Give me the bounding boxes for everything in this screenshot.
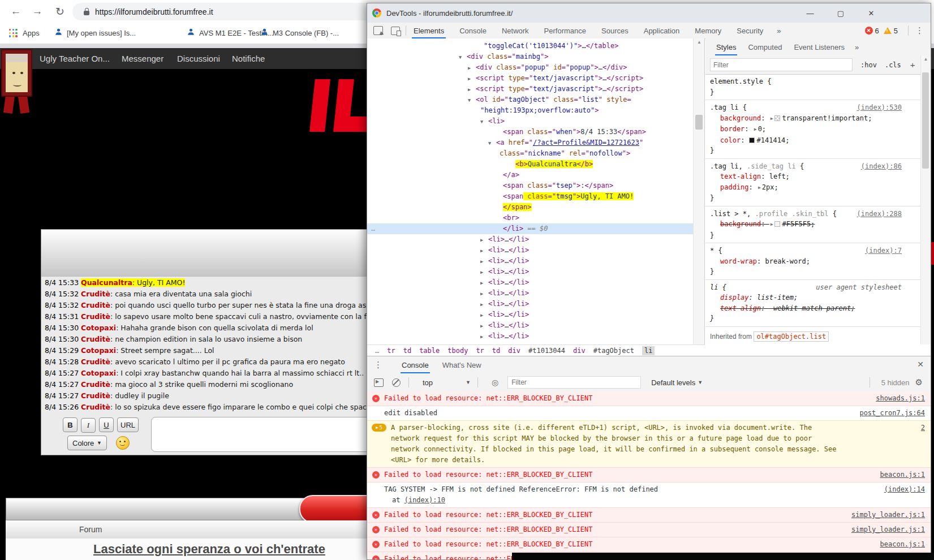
device-toolbar-icon[interactable] [391, 27, 400, 35]
maximize-button[interactable]: ▢ [835, 9, 846, 18]
breadcrumb-item[interactable]: … [375, 347, 379, 355]
sidebar-tab-computed[interactable]: Computed [747, 39, 783, 55]
expanded-arrow-icon[interactable]: ▼ [488, 138, 491, 149]
elements-scrollbar[interactable]: ▲ [693, 38, 705, 344]
styles-filter-input[interactable] [710, 58, 853, 71]
node-menu-dots[interactable]: … [371, 223, 375, 234]
console-log-row[interactable]: TAG SYSTEM -> FFM is not defined Referen… [367, 483, 931, 508]
collapsed-arrow-icon[interactable]: ▶ [480, 321, 483, 331]
sidebar-tab-event-listeners[interactable]: Event Listeners [793, 39, 846, 55]
new-style-rule-button[interactable]: + [910, 60, 915, 70]
breadcrumb-item[interactable]: div [508, 347, 520, 355]
console-error-row[interactable]: ✕Failed to load resource: net::ERR_BLOCK… [367, 507, 931, 523]
collapsed-arrow-icon[interactable]: ▶ [480, 278, 483, 288]
style-rule[interactable]: (index):86.tag li, .side_tag li {text-al… [705, 159, 921, 206]
dom-tree-node[interactable]: <span class="tmsg">Ugly, TI AMO! [367, 191, 704, 202]
collapsed-arrow-icon[interactable]: ▶ [468, 63, 471, 74]
tab-memory[interactable]: Memory [693, 23, 723, 38]
breadcrumb-item[interactable]: li [642, 346, 655, 355]
inherited-node-link[interactable]: ol#tagObject.list [754, 331, 829, 342]
console-settings-icon[interactable]: ⚙ [915, 377, 923, 387]
breadcrumb-item[interactable]: #t1013044 [528, 347, 565, 355]
scroll-up-icon[interactable]: ▲ [921, 57, 931, 62]
console-sidebar-icon[interactable] [374, 378, 384, 387]
cls-toggle[interactable]: .cls [885, 61, 901, 69]
breadcrumb-item[interactable]: tbody [447, 347, 468, 355]
color-swatch[interactable] [774, 115, 780, 121]
style-source-link[interactable]: (index):7 [865, 245, 902, 256]
collapsed-arrow-icon[interactable]: ▶ [480, 267, 483, 278]
forum-nav-item[interactable]: Ugly Teacher On... [40, 54, 110, 63]
console-source-link[interactable]: 2 [921, 423, 925, 433]
console-source-link[interactable]: simply_loader.js:1 [851, 510, 925, 520]
reload-icon[interactable]: ↻ [52, 3, 68, 19]
console-source-link[interactable]: beacon.js:1 [880, 539, 925, 550]
forum-nav-item[interactable]: Discussioni [177, 54, 220, 63]
dom-tree-node[interactable]: ▶<script type="text/javascript">…</scrip… [367, 84, 704, 94]
collapsed-arrow-icon[interactable]: ▶ [480, 310, 483, 321]
style-rule[interactable]: (index):288.list > *, .profile .skin_tbl… [705, 206, 921, 244]
scroll-up-icon[interactable]: ▲ [694, 40, 705, 45]
apps-label[interactable]: Apps [23, 29, 40, 37]
dom-tree-node[interactable]: ▼<div class="mainbg"> [367, 51, 704, 62]
address-bar[interactable]: https://ilforumdeibrutti.forumfree.it [72, 3, 389, 20]
dom-tree-node[interactable]: ▶<li>…</li> [367, 234, 704, 245]
color-dropdown[interactable]: Colore▼ [67, 436, 107, 450]
collapsed-arrow-icon[interactable]: ▶ [480, 331, 483, 342]
console-filter-input[interactable] [507, 376, 641, 389]
drawer-menu-icon[interactable]: ⋮ [374, 360, 382, 370]
color-swatch[interactable] [774, 221, 780, 227]
drawer-tab-what-s-new[interactable]: What's New [441, 357, 483, 373]
dom-tree-node[interactable]: ▶<li>…</li> [367, 331, 704, 342]
tab-application[interactable]: Application [642, 23, 682, 38]
smiley-icon[interactable] [116, 436, 130, 450]
dom-tree-node[interactable]: <span class="when">8/4 15:33</span> [367, 127, 704, 137]
back-icon[interactable]: ← [8, 3, 24, 19]
live-expression-icon[interactable]: ◎ [492, 378, 498, 387]
dom-tree-node[interactable]: <span class="tsep">:</span> [367, 180, 704, 191]
sidebar-tab-styles[interactable]: Styles [715, 39, 737, 55]
dom-tree-node[interactable]: <b>Qualcunaltra</b> [367, 159, 704, 170]
expand-value-icon[interactable]: ▶ [758, 183, 761, 193]
console-error-row[interactable]: ✕Failed to load resource: net::ERR_BLOCK… [367, 537, 931, 552]
close-button[interactable]: ✕ [866, 9, 877, 18]
collapsed-arrow-icon[interactable]: ▶ [480, 235, 483, 245]
b-format-button[interactable]: B [63, 417, 78, 432]
clear-console-icon[interactable] [392, 378, 401, 387]
breadcrumb-item[interactable]: tr [387, 347, 395, 355]
tab-sources[interactable]: Sources [600, 23, 630, 38]
color-swatch[interactable] [749, 137, 755, 143]
breadcrumb-item[interactable]: div [573, 347, 586, 355]
minimize-button[interactable]: — [804, 9, 816, 18]
expanded-arrow-icon[interactable]: ▼ [459, 52, 462, 63]
styles-scrollbar[interactable]: ▲ [920, 55, 931, 344]
expand-value-icon[interactable]: ▶ [771, 219, 773, 230]
style-source-link[interactable]: (index):288 [857, 209, 902, 219]
dom-tree-node[interactable]: ▶<li>…</li> [367, 245, 704, 256]
warning-expand-badge[interactable]: ▶5 [372, 424, 386, 432]
collapsed-arrow-icon[interactable]: ▶ [468, 84, 471, 95]
bookmark-item[interactable]: M3 Console (FB) -... [260, 28, 339, 38]
dom-tree-node[interactable]: ▼<ol id="tagObject" class="list" style= [367, 94, 704, 105]
console-warning-row[interactable]: ▶5A parser-blocking, cross site (i.e. di… [367, 420, 931, 468]
more-tabs-icon[interactable]: » [855, 43, 859, 51]
dom-tree-node[interactable]: class="nickname" rel="nofollow"> [367, 148, 704, 159]
console-error-row[interactable]: ✕Failed to load resource: net::ERR_BLOCK… [367, 467, 931, 483]
expanded-arrow-icon[interactable]: ▼ [480, 117, 483, 127]
expanded-arrow-icon[interactable]: ▼ [468, 95, 471, 106]
apps-grid-icon[interactable] [9, 29, 18, 37]
breadcrumb-item[interactable]: td [403, 347, 411, 355]
console-source-link[interactable]: showads.js:1 [876, 393, 925, 404]
i-format-button[interactable]: I [81, 418, 96, 433]
console-log-row[interactable]: edit disabledpost_cron7.js:64 [367, 406, 931, 421]
tab-network[interactable]: Network [500, 23, 531, 38]
console-error-row[interactable]: ✕Failed to load resource: net::ERR_BLOCK… [367, 391, 931, 406]
dom-tree-node[interactable]: ▶<li>…</li> [367, 299, 704, 309]
context-select[interactable]: top [423, 378, 463, 387]
expand-value-icon[interactable]: ▶ [771, 114, 773, 124]
more-tabs-icon[interactable]: » [777, 27, 781, 35]
dom-tree-node[interactable]: ▶<li>…</li> [367, 266, 704, 277]
forward-icon[interactable]: → [29, 3, 45, 19]
style-rule[interactable]: user agent stylesheetli {display: list-i… [705, 280, 921, 327]
style-rule[interactable]: (index):530.tag li {background: ▶transpa… [705, 100, 921, 159]
